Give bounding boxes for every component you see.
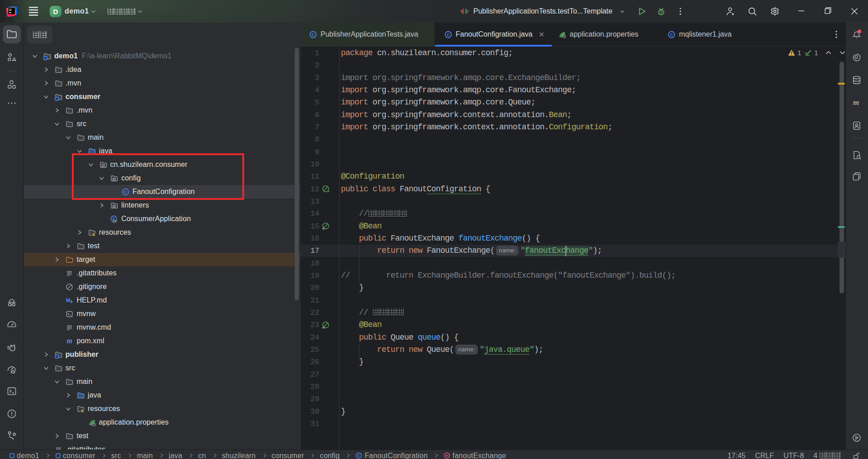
svg-text:C: C: [447, 32, 450, 37]
svg-text:m: m: [445, 454, 448, 458]
svg-text:m: m: [67, 337, 72, 345]
svg-text:IJ: IJ: [9, 8, 12, 11]
svg-text:C: C: [358, 454, 360, 458]
svg-text:m: m: [853, 98, 859, 107]
svg-text:C: C: [311, 32, 315, 37]
svg-text:M: M: [66, 298, 70, 303]
svg-text:C: C: [670, 32, 673, 37]
